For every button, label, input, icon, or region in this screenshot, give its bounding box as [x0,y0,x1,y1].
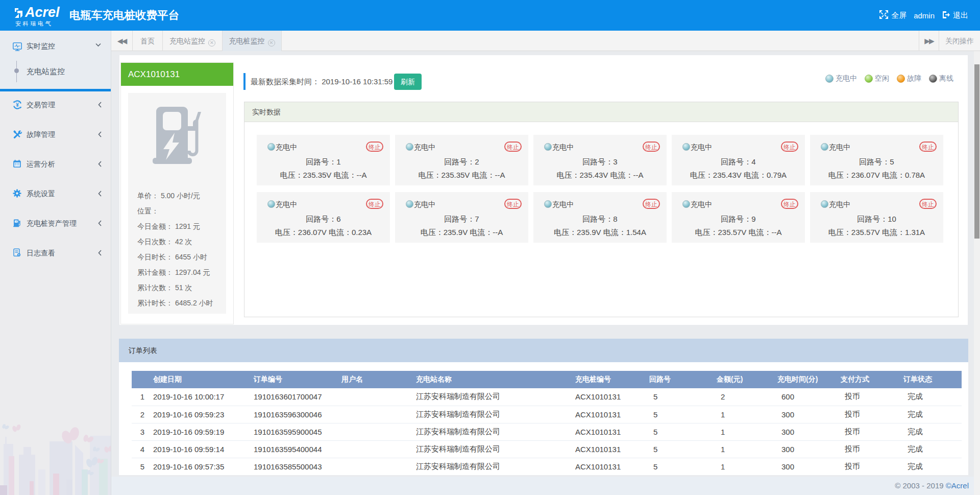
svg-text:¥: ¥ [16,102,19,108]
